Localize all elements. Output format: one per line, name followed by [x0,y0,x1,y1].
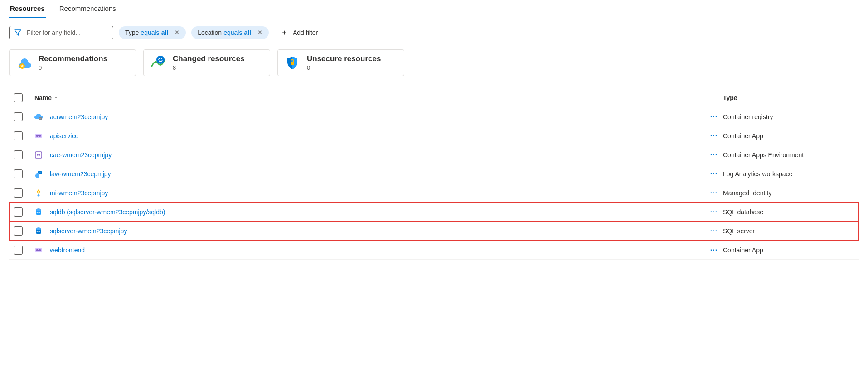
row-checkbox[interactable] [14,246,23,255]
pill-label: Location [198,29,222,36]
summary-cards: Recommendations 0 Changed resources 8 Un… [9,49,859,76]
pill-label: Type [125,29,139,36]
table-row: apiservice···Container App [9,126,859,145]
filter-pill-location[interactable]: Location equals all ✕ [191,26,269,39]
table-row: acrwmem23cepmjpy···Container registry [9,107,859,126]
resource-type-icon [34,227,43,235]
resource-type-label: SQL database [723,208,859,216]
resource-link[interactable]: acrwmem23cepmjpy [50,113,108,120]
column-header-label: Name [34,94,52,101]
resource-type-icon [34,132,43,140]
resource-type-label: SQL server [723,227,859,235]
pill-op: equals [223,29,242,36]
tab-recommendations[interactable]: Recommendations [58,0,117,18]
card-count: 0 [39,64,107,71]
row-actions-button[interactable]: ··· [710,208,718,216]
select-all-checkbox[interactable] [14,93,23,102]
resource-type-label: Managed Identity [723,189,859,197]
resource-type-label: Container registry [723,113,859,120]
card-title: Changed resources [173,54,245,63]
row-checkbox[interactable] [14,131,23,140]
table-row: webfrontend···Container App [9,241,859,260]
tab-resources[interactable]: Resources [9,0,46,18]
table-row: law-wmem23cepmjpy···Log Analytics worksp… [9,164,859,183]
row-actions-button[interactable]: ··· [710,227,718,235]
row-checkbox[interactable] [14,150,23,159]
resource-type-label: Container Apps Environment [723,151,859,159]
pill-value: all [244,29,251,36]
row-actions-button[interactable]: ··· [710,132,718,140]
resource-link[interactable]: mi-wmem23cepmjpy [50,189,108,197]
table-row: mi-wmem23cepmjpy···Managed Identity [9,183,859,202]
filter-pill-type[interactable]: Type equals all ✕ [119,26,186,39]
table-row: sqldb (sqlserver-wmem23cepmjpy/sqldb)···… [9,202,859,222]
resource-type-icon [34,170,43,178]
tabs-bar: Resources Recommendations [9,0,859,18]
card-title: Unsecure resources [307,54,381,63]
column-header-type[interactable]: Type [723,94,859,101]
card-count: 8 [173,64,245,71]
resource-table: Name ↑ Type acrwmem23cepmjpy···Container… [9,89,859,260]
resource-link[interactable]: webfrontend [50,246,85,254]
card-unsecure-resources[interactable]: Unsecure resources 0 [277,49,404,76]
card-recommendations[interactable]: Recommendations 0 [9,49,136,76]
shield-icon [284,55,301,71]
resource-type-label: Log Analytics workspace [723,170,859,178]
add-filter-label: Add filter [293,29,318,36]
resource-type-label: Container App [723,132,859,140]
row-checkbox[interactable] [14,226,23,236]
card-count: 0 [307,64,381,71]
filter-input[interactable] [26,29,108,37]
card-title: Recommendations [39,54,107,63]
resource-link[interactable]: sqldb (sqlserver-wmem23cepmjpy/sqldb) [50,208,165,216]
sort-asc-icon: ↑ [54,95,58,101]
table-row: cae-wmem23cepmjpy···Container Apps Envir… [9,145,859,164]
pill-value: all [161,29,169,36]
changed-icon [150,55,166,71]
add-filter-button[interactable]: ＋ Add filter [274,24,324,40]
table-header: Name ↑ Type [9,89,859,107]
row-actions-button[interactable]: ··· [710,246,718,254]
plus-icon: ＋ [281,27,288,38]
filter-bar: Type equals all ✕ Location equals all ✕ … [9,24,859,40]
row-actions-button[interactable]: ··· [710,189,718,197]
row-checkbox[interactable] [14,207,23,217]
row-actions-button[interactable]: ··· [710,151,718,159]
resource-link[interactable]: cae-wmem23cepmjpy [50,151,112,159]
table-row: sqlserver-wmem23cepmjpy···SQL server [9,222,859,241]
svg-rect-2 [291,62,294,65]
card-changed-resources[interactable]: Changed resources 8 [143,49,270,76]
pill-op: equals [141,29,159,36]
resource-type-icon [34,151,43,159]
row-checkbox[interactable] [14,188,23,198]
table-body: acrwmem23cepmjpy···Container registryapi… [9,107,859,260]
resource-link[interactable]: law-wmem23cepmjpy [50,170,111,178]
row-checkbox[interactable] [14,169,23,178]
resource-type-icon [34,208,43,216]
resource-type-label: Container App [723,246,859,254]
resource-link[interactable]: apiservice [50,132,78,140]
row-checkbox[interactable] [14,112,23,121]
filter-icon [14,29,21,36]
resource-link[interactable]: sqlserver-wmem23cepmjpy [50,227,127,235]
row-actions-button[interactable]: ··· [710,113,718,120]
resource-type-icon [34,246,43,254]
column-header-name[interactable]: Name ↑ [34,94,705,101]
filter-input-wrap[interactable] [9,26,113,39]
row-actions-button[interactable]: ··· [710,170,718,178]
resource-type-icon [34,113,43,121]
resource-type-icon [34,189,43,197]
close-icon[interactable]: ✕ [257,29,262,36]
close-icon[interactable]: ✕ [175,29,179,36]
recommendations-icon [16,55,32,71]
